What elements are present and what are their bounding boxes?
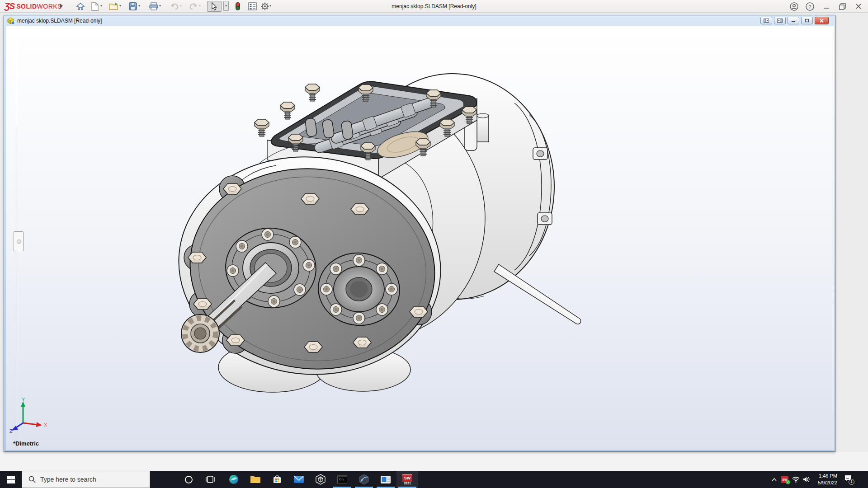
mail-icon [293, 475, 304, 483]
3d-viewer-icon [315, 474, 326, 485]
reference-triad: Y X Z [9, 398, 51, 433]
document-restore-icon [805, 19, 809, 23]
home-icon [76, 2, 85, 10]
select-cursor-icon [211, 2, 217, 10]
display-states-button[interactable] [231, 1, 244, 12]
restore-icon [839, 3, 846, 10]
taskbar-command-prompt[interactable]: C:\_ [331, 471, 353, 488]
account-button[interactable] [787, 0, 801, 13]
new-document-dropdown[interactable]: ▾ [100, 4, 104, 8]
document-close-button[interactable] [815, 17, 829, 24]
undo-button[interactable] [168, 1, 181, 12]
redo-button[interactable] [187, 1, 200, 12]
taskbar-blue-window-app[interactable] [375, 471, 396, 488]
close-icon [855, 3, 862, 9]
notification-center-button[interactable]: 1 [839, 471, 857, 488]
undo-icon [170, 3, 179, 10]
clock-date: 5/9/2022 [809, 479, 837, 486]
cortana-button[interactable] [178, 471, 199, 488]
solidworks-logo: ƷSSOLIDWORKS [5, 1, 62, 11]
pane-left-icon [764, 19, 769, 23]
cmd-prompt-text: C:\_ [339, 478, 345, 481]
options-dropdown[interactable]: ▾ [269, 4, 273, 8]
new-document-button[interactable] [89, 1, 101, 12]
blue-window-app-icon [380, 475, 391, 484]
document-title: menjac sklop.SLDASM [Read-only] [17, 18, 102, 24]
open-dropdown[interactable]: ▾ [119, 4, 123, 8]
file-explorer-icon [250, 475, 261, 484]
open-button[interactable] [108, 1, 120, 12]
svg-text:?: ? [808, 4, 811, 9]
taskbar-store[interactable] [266, 471, 288, 488]
taskbar-edrawings[interactable] [353, 471, 375, 488]
minimize-icon [823, 3, 830, 9]
check-icon: ✓ [786, 480, 790, 484]
taskbar-search[interactable] [22, 471, 150, 488]
document-titlebar[interactable]: menjac sklop.SLDASM [Read-only] [4, 15, 835, 26]
clock-time: 1:46 PM [809, 473, 837, 479]
start-button[interactable] [0, 471, 22, 488]
gearbox-assembly-model [6, 26, 834, 450]
print-button[interactable] [147, 1, 160, 12]
wifi-icon [792, 477, 800, 483]
save-icon [129, 2, 137, 10]
graphics-area[interactable]: Y X Z *Dimetric [6, 26, 834, 450]
tray-clock[interactable]: 1:46 PM 5/9/2022 [809, 473, 837, 486]
windows-start-icon [7, 476, 15, 483]
document-restore-button[interactable] [801, 17, 813, 24]
document-minimize-button[interactable] [788, 17, 799, 24]
stoplight-icon [235, 2, 241, 11]
view-orientation-label: *Dimetric [13, 440, 39, 447]
taskbar-file-explorer[interactable] [245, 471, 266, 488]
triad-z-label: Z [9, 428, 13, 433]
home-button[interactable] [74, 1, 87, 12]
user-account-icon [790, 2, 798, 11]
pane-right-icon [777, 19, 783, 23]
solidworks-logo-mark: ƷS [5, 1, 14, 11]
tray-network[interactable] [790, 471, 801, 488]
taskbar-mail[interactable] [288, 471, 310, 488]
print-dropdown[interactable]: ▾ [159, 4, 163, 8]
save-dropdown[interactable]: ▾ [138, 4, 142, 8]
list-properties-icon [248, 2, 257, 10]
task-view-button[interactable] [199, 471, 221, 488]
document-close-icon [819, 19, 824, 23]
windows-taskbar: C:\_ SW 2021 SW✓ 1:46 PM 5/9/2022 1 [0, 471, 868, 488]
pane-toggle-right-button[interactable] [774, 17, 786, 24]
open-folder-icon [109, 2, 119, 10]
evaluate-button[interactable] [246, 1, 259, 12]
triad-x-label: X [44, 422, 47, 427]
tray-solidworks-monitor[interactable]: SW✓ [779, 471, 790, 488]
document-window: menjac sklop.SLDASM [Read-only] [4, 15, 835, 452]
close-button[interactable] [852, 0, 865, 13]
taskbar-3d-viewer[interactable] [310, 471, 331, 488]
edge-icon [228, 474, 239, 485]
pane-toggle-left-button[interactable] [760, 17, 772, 24]
save-button[interactable] [127, 1, 139, 12]
taskbar-solidworks[interactable]: SW 2021 [396, 471, 418, 488]
solidworks-year-label: 2021 [404, 482, 411, 485]
solidworks-tray-icon: SW✓ [781, 476, 788, 483]
help-button[interactable]: ? [803, 0, 816, 13]
minimize-button[interactable] [820, 0, 833, 13]
print-icon [149, 2, 158, 10]
feature-panel-handle[interactable] [14, 231, 24, 251]
menu-flyout-arrow[interactable] [60, 4, 63, 8]
taskbar-edge[interactable] [223, 471, 245, 488]
search-icon [28, 476, 36, 483]
new-document-icon [91, 2, 99, 11]
triad-y-label: Y [22, 398, 25, 402]
chevron-up-icon [772, 478, 777, 481]
select-tool-button[interactable] [207, 1, 222, 12]
search-input[interactable] [40, 476, 140, 483]
assembly-document-icon [7, 17, 14, 24]
select-tool-dropdown[interactable]: ▾ [223, 1, 229, 11]
application-background: menjac sklop.SLDASM [Read-only] [0, 13, 868, 471]
microsoft-store-icon [272, 474, 282, 484]
document-minimize-icon [791, 19, 796, 23]
notification-count-badge: 1 [849, 479, 854, 485]
cortana-icon [184, 475, 193, 484]
tray-expand-button[interactable] [769, 471, 779, 488]
restore-button[interactable] [835, 0, 849, 13]
solidworks-taskbar-icon: SW [402, 474, 412, 482]
